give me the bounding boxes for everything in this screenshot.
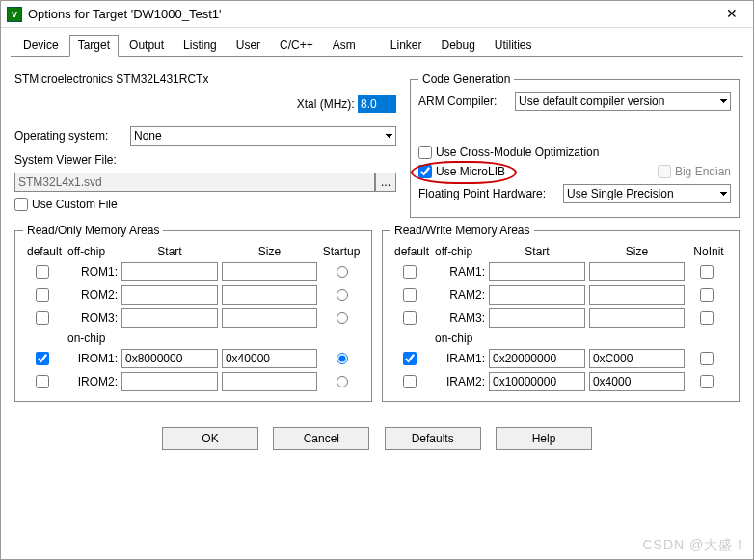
microlib-checkbox[interactable] bbox=[418, 165, 432, 178]
ram1-default[interactable] bbox=[403, 265, 417, 279]
svf-browse-button[interactable]: ... bbox=[375, 173, 396, 192]
cancel-button[interactable]: Cancel bbox=[273, 427, 369, 450]
window-title: Options for Target 'DW1000_Test1' bbox=[28, 7, 716, 21]
rom2-default[interactable] bbox=[36, 288, 49, 302]
rom3-start[interactable] bbox=[121, 308, 218, 328]
svf-input bbox=[14, 173, 375, 192]
ram2-start[interactable] bbox=[489, 285, 585, 305]
rom1-start[interactable] bbox=[121, 262, 218, 281]
tab-output[interactable]: Output bbox=[121, 35, 173, 57]
ram1-start[interactable] bbox=[489, 262, 585, 281]
tab-linker[interactable]: Linker bbox=[382, 35, 431, 57]
ram1-noinit[interactable] bbox=[700, 265, 714, 279]
iram2-default[interactable] bbox=[403, 375, 417, 388]
cross-module-checkbox[interactable] bbox=[418, 146, 432, 159]
bigendian-checkbox bbox=[658, 165, 671, 178]
rom1-default[interactable] bbox=[36, 265, 49, 279]
tab-user[interactable]: User bbox=[228, 35, 269, 57]
use-custom-file-checkbox[interactable] bbox=[14, 198, 28, 211]
iram1-size[interactable] bbox=[589, 349, 685, 368]
tabs: Device Target Output Listing User C/C++ … bbox=[11, 34, 743, 57]
microlib-label: Use MicroLIB bbox=[436, 165, 505, 178]
xtal-label: Xtal (MHz): bbox=[297, 97, 355, 111]
cross-module-label: Use Cross-Module Optimization bbox=[436, 146, 599, 159]
iram1-noinit[interactable] bbox=[700, 352, 714, 365]
ok-button[interactable]: OK bbox=[162, 427, 258, 450]
rom2-size[interactable] bbox=[222, 285, 317, 305]
fph-label: Floating Point Hardware: bbox=[418, 187, 563, 200]
svf-label: System Viewer File: bbox=[14, 153, 117, 167]
ram3-noinit[interactable] bbox=[700, 311, 714, 325]
code-generation-group: Code Generation ARM Compiler: Use defaul… bbox=[410, 72, 740, 218]
tab-asm[interactable]: Asm bbox=[324, 35, 364, 57]
ram1-size[interactable] bbox=[589, 262, 685, 281]
tab-target[interactable]: Target bbox=[69, 35, 119, 57]
help-button[interactable]: Help bbox=[496, 427, 592, 450]
defaults-button[interactable]: Defaults bbox=[385, 427, 481, 450]
iram2-noinit[interactable] bbox=[700, 375, 714, 388]
tab-utilities[interactable]: Utilities bbox=[486, 35, 541, 57]
iram1-start[interactable] bbox=[489, 349, 585, 368]
arm-compiler-select[interactable]: Use default compiler version bbox=[515, 92, 731, 111]
tab-listing[interactable]: Listing bbox=[175, 35, 226, 57]
close-icon[interactable]: ✕ bbox=[716, 4, 747, 25]
irom1-size[interactable] bbox=[222, 349, 317, 368]
irom2-default[interactable] bbox=[36, 375, 49, 388]
ram3-size[interactable] bbox=[589, 308, 685, 328]
ram3-start[interactable] bbox=[489, 308, 585, 328]
bigendian-label: Big Endian bbox=[675, 165, 731, 178]
use-custom-file-label: Use Custom File bbox=[32, 198, 118, 211]
button-row: OK Cancel Defaults Help bbox=[1, 419, 753, 456]
rom1-startup[interactable] bbox=[337, 266, 348, 278]
xtal-input[interactable] bbox=[358, 95, 396, 113]
rom3-size[interactable] bbox=[222, 308, 317, 328]
tab-debug[interactable]: Debug bbox=[432, 35, 483, 57]
irom1-default[interactable] bbox=[36, 352, 49, 365]
ro-memory-group: Read/Only Memory Areas default off-chip … bbox=[14, 224, 372, 402]
iram2-start[interactable] bbox=[489, 372, 585, 391]
ro-legend: Read/Only Memory Areas bbox=[23, 224, 163, 237]
irom1-start[interactable] bbox=[121, 349, 218, 368]
os-label: Operating system: bbox=[14, 129, 130, 143]
irom2-start[interactable] bbox=[121, 372, 218, 391]
ram3-default[interactable] bbox=[403, 311, 417, 325]
os-select[interactable]: None bbox=[130, 126, 396, 146]
irom2-startup[interactable] bbox=[337, 376, 348, 387]
rw-memory-group: Read/Write Memory Areas default off-chip… bbox=[382, 224, 740, 402]
arm-compiler-label: ARM Compiler: bbox=[418, 94, 515, 108]
tab-device[interactable]: Device bbox=[14, 35, 67, 57]
rw-legend: Read/Write Memory Areas bbox=[390, 224, 534, 237]
mcu-label: STMicroelectronics STM32L431RCTx bbox=[14, 72, 208, 86]
irom2-size[interactable] bbox=[222, 372, 317, 391]
ram2-size[interactable] bbox=[589, 285, 685, 305]
rom2-startup[interactable] bbox=[337, 289, 348, 301]
tab-cpp[interactable]: C/C++ bbox=[271, 35, 322, 57]
iram2-size[interactable] bbox=[589, 372, 685, 391]
titlebar: V Options for Target 'DW1000_Test1' ✕ bbox=[1, 1, 753, 28]
rom3-startup[interactable] bbox=[337, 312, 348, 324]
watermark: CSDN @大盛 ! bbox=[642, 537, 742, 554]
rom1-size[interactable] bbox=[222, 262, 317, 281]
code-generation-legend: Code Generation bbox=[418, 72, 514, 86]
iram1-default[interactable] bbox=[403, 352, 417, 365]
irom1-startup[interactable] bbox=[337, 353, 348, 364]
rom3-default[interactable] bbox=[36, 311, 49, 325]
ram2-default[interactable] bbox=[403, 288, 417, 302]
fph-select[interactable]: Use Single Precision bbox=[563, 184, 731, 203]
app-icon: V bbox=[7, 7, 22, 22]
ram2-noinit[interactable] bbox=[700, 288, 714, 302]
rom2-start[interactable] bbox=[121, 285, 218, 305]
